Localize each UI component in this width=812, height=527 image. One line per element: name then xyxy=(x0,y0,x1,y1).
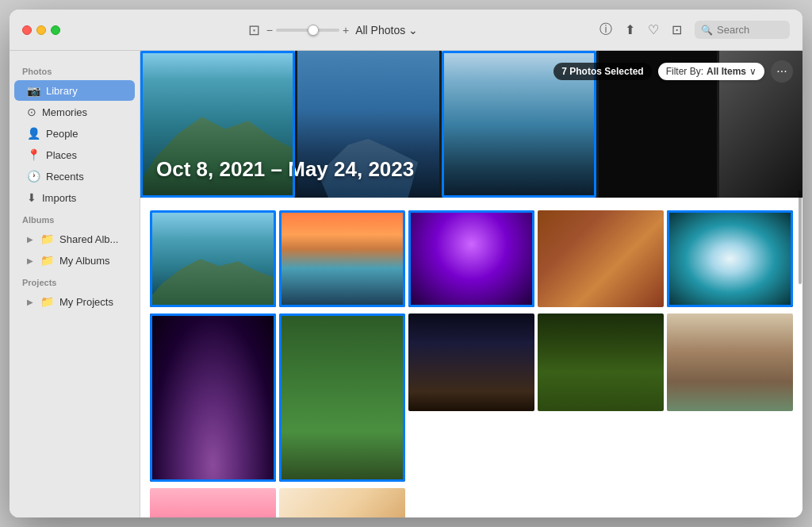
zoom-slider: − + xyxy=(266,24,349,37)
traffic-lights xyxy=(22,25,60,35)
places-icon: 📍 xyxy=(27,148,40,161)
filter-value: All Items xyxy=(707,66,746,77)
imports-icon: ⬇ xyxy=(27,191,36,204)
search-icon: 🔍 xyxy=(701,25,713,36)
sidebar-item-library[interactable]: 📷 Library xyxy=(14,80,135,101)
sidebar-item-my-projects[interactable]: ▶ 📁 My Projects xyxy=(14,291,135,312)
photo-thumb[interactable] xyxy=(279,210,405,307)
sidebar-item-label: Shared Alb... xyxy=(59,233,118,245)
titlebar: ⊡ − + All Photos ⌄ ⓘ ⬆ ♡ ⊡ 🔍 xyxy=(10,10,802,51)
photo-thumb[interactable] xyxy=(279,488,405,517)
filter-chevron-icon: ∨ xyxy=(749,66,756,77)
slideshow-icon[interactable]: ⊡ xyxy=(248,21,260,39)
more-options-button[interactable]: ··· xyxy=(771,60,793,83)
expand-icon: ▶ xyxy=(27,235,33,244)
sidebar-item-label: People xyxy=(46,128,78,140)
maximize-button[interactable] xyxy=(51,25,60,35)
photos-window: ⊡ − + All Photos ⌄ ⓘ ⬆ ♡ ⊡ 🔍 xyxy=(10,10,802,517)
photo-thumb[interactable] xyxy=(667,210,793,307)
sidebar-item-label: Memories xyxy=(42,106,87,118)
sidebar: Photos 📷 Library ⊙ Memories 👤 People 📍 P… xyxy=(10,51,140,517)
photo-grid-row1 xyxy=(150,210,793,310)
photos-section-label: Photos xyxy=(10,60,140,79)
photo-thumb[interactable] xyxy=(667,314,793,410)
expand-icon: ▶ xyxy=(27,298,33,306)
sidebar-item-label: Places xyxy=(46,149,77,161)
photo-thumb[interactable] xyxy=(408,210,534,307)
photo-grid-row2 xyxy=(150,310,793,485)
shared-albums-icon: 📁 xyxy=(40,233,54,245)
sidebar-item-label: Library xyxy=(46,85,78,97)
selection-bar: 7 Photos Selected Filter By: All Items ∨… xyxy=(553,60,793,83)
filter-button[interactable]: Filter By: All Items ∨ xyxy=(658,63,764,80)
search-input[interactable] xyxy=(717,24,784,36)
share-icon[interactable]: ⬆ xyxy=(625,22,635,37)
sidebar-item-label: My Projects xyxy=(59,296,113,308)
photo-thumb[interactable] xyxy=(408,314,534,410)
photo-grid-container xyxy=(140,198,802,517)
sidebar-item-my-albums[interactable]: ▶ 📁 My Albums xyxy=(14,250,135,271)
library-icon: 📷 xyxy=(27,84,40,97)
more-dots-icon: ··· xyxy=(776,64,787,79)
sidebar-item-places[interactable]: 📍 Places xyxy=(14,144,135,165)
albums-section-label: Albums xyxy=(10,209,140,228)
recents-icon: 🕐 xyxy=(27,170,40,183)
scrollbar-track[interactable] xyxy=(798,51,802,517)
chevron-down-icon: ⌄ xyxy=(408,24,418,37)
zoom-out-button[interactable]: − xyxy=(266,24,273,37)
heart-icon[interactable]: ♡ xyxy=(648,22,659,37)
people-icon: 👤 xyxy=(27,127,40,140)
projects-section-label: Projects xyxy=(10,271,140,290)
expand-icon: ▶ xyxy=(27,256,33,265)
view-dropdown[interactable]: All Photos ⌄ xyxy=(355,24,418,37)
sidebar-item-label: My Albums xyxy=(59,255,110,267)
minimize-button[interactable] xyxy=(36,25,46,35)
zoom-thumb[interactable] xyxy=(308,25,319,36)
scrollbar-thumb[interactable] xyxy=(799,190,802,284)
sidebar-item-recents[interactable]: 🕐 Recents xyxy=(14,166,135,187)
photo-thumb[interactable] xyxy=(538,314,664,410)
crop-icon[interactable]: ⊡ xyxy=(672,22,682,37)
info-icon[interactable]: ⓘ xyxy=(599,21,612,38)
photo-thumb[interactable] xyxy=(150,488,276,517)
sidebar-item-memories[interactable]: ⊙ Memories xyxy=(14,102,135,122)
sidebar-item-label: Imports xyxy=(42,192,76,204)
zoom-in-button[interactable]: + xyxy=(343,24,349,37)
sidebar-item-people[interactable]: 👤 People xyxy=(14,123,135,144)
search-box[interactable]: 🔍 xyxy=(695,21,790,39)
titlebar-center: ⊡ − + All Photos ⌄ xyxy=(76,21,590,39)
memories-icon: ⊙ xyxy=(27,106,36,118)
zoom-track xyxy=(276,29,339,32)
photo-thumb[interactable] xyxy=(538,210,664,307)
photo-thumb[interactable] xyxy=(150,210,276,307)
date-range: Oct 8, 2021 – May 24, 2023 xyxy=(156,157,414,182)
main-content: Photos 📷 Library ⊙ Memories 👤 People 📍 P… xyxy=(10,51,802,517)
sidebar-item-shared-albums[interactable]: ▶ 📁 Shared Alb... xyxy=(14,229,135,249)
titlebar-actions: ⓘ ⬆ ♡ ⊡ 🔍 xyxy=(599,21,790,39)
photo-thumb[interactable] xyxy=(150,314,276,482)
filter-label: Filter By: xyxy=(666,66,703,77)
sidebar-item-label: Recents xyxy=(46,171,84,183)
close-button[interactable] xyxy=(22,25,32,35)
selection-badge: 7 Photos Selected xyxy=(553,63,651,80)
my-projects-icon: 📁 xyxy=(40,295,54,308)
my-albums-icon: 📁 xyxy=(40,254,54,267)
photo-grid-row3 xyxy=(150,485,793,517)
sidebar-item-imports[interactable]: ⬇ Imports xyxy=(14,187,135,208)
photo-thumb[interactable] xyxy=(279,314,405,482)
photo-area: Oct 8, 2021 – May 24, 2023 7 Photos Sele… xyxy=(140,51,802,517)
hero-row: Oct 8, 2021 – May 24, 2023 7 Photos Sele… xyxy=(140,51,802,198)
view-label: All Photos xyxy=(355,24,405,37)
